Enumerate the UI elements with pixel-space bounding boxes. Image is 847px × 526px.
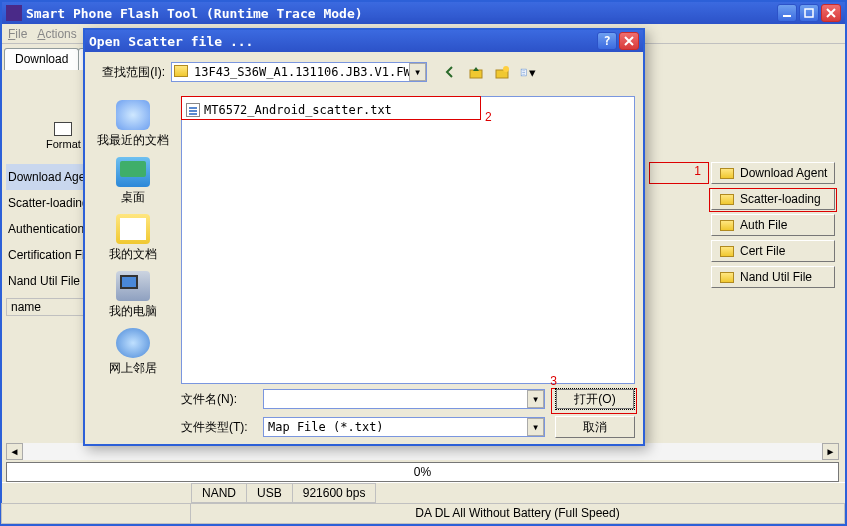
filename-label: 文件名(N): — [181, 391, 253, 408]
place-desktop[interactable]: 桌面 — [96, 157, 170, 206]
new-folder-icon[interactable] — [493, 63, 511, 81]
folder-icon — [720, 272, 734, 283]
view-menu-icon[interactable]: ▾ — [519, 63, 537, 81]
download-agent-button[interactable]: Download Agent — [711, 162, 835, 184]
format-label: Format — [46, 138, 81, 150]
label-authentication: Authentication F — [6, 216, 84, 242]
format-icon — [54, 122, 72, 136]
places-bar: 我最近的文档 桌面 我的文档 我的电脑 网上邻居 — [93, 96, 173, 384]
right-button-column: Download Agent Scatter-loading Auth File… — [711, 162, 835, 288]
folder-icon — [720, 168, 734, 179]
place-computer[interactable]: 我的电脑 — [96, 271, 170, 320]
menu-action[interactable]: Actions — [37, 27, 76, 41]
format-tool[interactable]: Format — [46, 122, 81, 150]
app-icon — [6, 5, 22, 21]
close-button[interactable] — [821, 4, 841, 22]
cert-file-button[interactable]: Cert File — [711, 240, 835, 262]
dialog-close-button[interactable] — [619, 32, 639, 50]
open-button[interactable]: 打开(O) — [555, 388, 635, 410]
svg-point-4 — [503, 66, 509, 72]
progress-bar: 0% — [6, 462, 839, 482]
auth-file-button[interactable]: Auth File — [711, 214, 835, 236]
recent-icon — [116, 100, 150, 130]
progress-value: 0% — [414, 465, 431, 479]
chevron-down-icon[interactable]: ▾ — [527, 418, 544, 436]
folder-icon — [720, 220, 734, 231]
folder-icon — [720, 246, 734, 257]
annotation-label-2: 2 — [485, 110, 492, 124]
minimize-button[interactable] — [777, 4, 797, 22]
annotation-label-1: 1 — [694, 164, 701, 178]
menu-file[interactable]: FFileile — [8, 27, 27, 41]
status-empty — [1, 503, 191, 524]
desktop-icon — [116, 157, 150, 187]
filename-input[interactable]: ▾ — [263, 389, 545, 409]
place-network[interactable]: 网上邻居 — [96, 328, 170, 377]
cancel-button[interactable]: 取消 — [555, 416, 635, 438]
open-scatter-dialog: Open Scatter file ... ? 查找范围(I): 13F43_S… — [83, 28, 645, 446]
computer-icon — [116, 271, 150, 301]
scroll-left-button[interactable]: ◄ — [6, 443, 23, 460]
status-nand: NAND — [191, 483, 247, 503]
label-certification: Certification File — [6, 242, 84, 268]
dialog-help-button[interactable]: ? — [597, 32, 617, 50]
back-icon[interactable] — [441, 63, 459, 81]
field-labels: Download Agent Scatter-loading F Authent… — [6, 164, 84, 294]
documents-icon — [116, 214, 150, 244]
file-item[interactable]: MT6572_Android_scatter.txt — [186, 101, 630, 119]
chevron-down-icon[interactable]: ▾ — [527, 390, 544, 408]
status-usb: USB — [246, 483, 293, 503]
main-title: Smart Phone Flash Tool (Runtime Trace Mo… — [26, 6, 777, 21]
nand-util-file-button[interactable]: Nand Util File — [711, 266, 835, 288]
lookin-value: 13F43_S36W_A1.131106.JB3.V1.FWVGA.4P — [194, 65, 427, 79]
label-scatter-loading: Scatter-loading F — [6, 190, 84, 216]
label-nand-util: Nand Util File — [6, 268, 84, 294]
file-list[interactable]: MT6572_Android_scatter.txt — [181, 96, 635, 384]
main-titlebar[interactable]: Smart Phone Flash Tool (Runtime Trace Mo… — [2, 2, 845, 24]
maximize-button[interactable] — [799, 4, 819, 22]
name-column-header[interactable]: name — [6, 298, 84, 316]
folder-icon — [174, 65, 188, 77]
place-recent[interactable]: 我最近的文档 — [96, 100, 170, 149]
svg-rect-0 — [783, 15, 791, 17]
status-bar: NAND USB 921600 bps DA DL All Without Ba… — [2, 482, 845, 524]
text-file-icon — [186, 103, 200, 117]
dialog-titlebar[interactable]: Open Scatter file ... ? — [85, 30, 643, 52]
lookin-label: 查找范围(I): — [93, 64, 165, 81]
tab-download[interactable]: Download — [4, 48, 79, 70]
status-baud: 921600 bps — [292, 483, 377, 503]
annotation-label-3: 3 — [550, 374, 557, 388]
file-item-label: MT6572_Android_scatter.txt — [204, 103, 392, 117]
filetype-value: Map File (*.txt) — [268, 420, 384, 434]
scroll-right-button[interactable]: ► — [822, 443, 839, 460]
svg-rect-1 — [805, 9, 813, 17]
annotation-box-scatter — [709, 188, 837, 212]
status-da: DA DL All Without Battery (Full Speed) — [190, 503, 845, 524]
filetype-label: 文件类型(T): — [181, 419, 253, 436]
network-icon — [116, 328, 150, 358]
label-download-agent: Download Agent — [6, 164, 84, 190]
lookin-select[interactable]: 13F43_S36W_A1.131106.JB3.V1.FWVGA.4P ▾ — [171, 62, 427, 82]
filetype-select[interactable]: Map File (*.txt) ▾ — [263, 417, 545, 437]
up-folder-icon[interactable] — [467, 63, 485, 81]
dialog-title: Open Scatter file ... — [89, 34, 597, 49]
svg-rect-2 — [470, 70, 482, 78]
place-documents[interactable]: 我的文档 — [96, 214, 170, 263]
chevron-down-icon[interactable]: ▾ — [409, 63, 426, 81]
